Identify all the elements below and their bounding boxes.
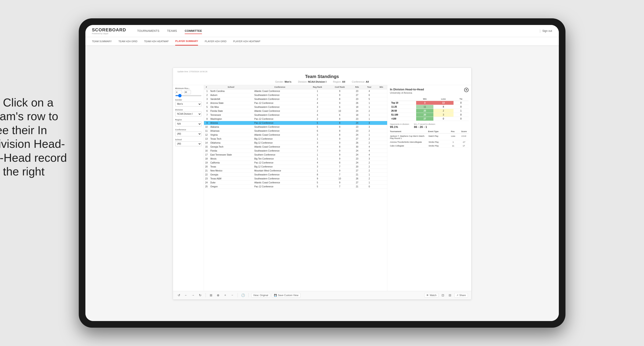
cell-win <box>376 129 387 133</box>
col-win: Win <box>376 85 387 89</box>
table-row[interactable]: 1 North Carolina Atlantic Coast Conferen… <box>204 89 387 93</box>
table-row[interactable]: 9 Arizona Pac-12 Conference 5 8 24 3 <box>204 121 387 125</box>
table-row[interactable]: 11 Arkansas Southeastern Conference 6 8 … <box>204 129 387 133</box>
minus-button[interactable]: － <box>230 293 235 298</box>
region-sidebar-select[interactable]: N/A <box>175 122 202 126</box>
cell-win <box>376 121 387 125</box>
cell-reg-rank: 2 <box>306 109 328 113</box>
cell-conference: Big 12 Conference <box>253 141 307 145</box>
cell-conf-rank: 7 <box>328 165 351 169</box>
table-row[interactable]: 12 Virginia Atlantic Coast Conference 3 … <box>204 133 387 137</box>
t-cell-name: Arizona Thunderbirds Intercollegiate <box>390 141 428 143</box>
zoom-button[interactable]: ⊕ <box>216 293 221 298</box>
share-label: Share <box>459 294 466 297</box>
school-sidebar-select[interactable]: (All) <box>175 141 202 146</box>
table-row[interactable]: 15 Georgia Tech Atlantic Coast Conferenc… <box>204 145 387 149</box>
t-cell-type: Match Play <box>428 135 447 139</box>
cell-tour: 2 <box>363 176 376 180</box>
table-row[interactable]: 23 Texas A&M Southeastern Conference 9 1… <box>204 176 387 180</box>
h2h-tie-cell: 0 <box>454 101 468 105</box>
cell-conf-rank: 10 <box>328 176 351 180</box>
cell-conf-rank: 8 <box>328 161 351 165</box>
sub-nav-player-h2h-grid[interactable]: PLAYER H2H GRID <box>205 37 226 45</box>
table-row[interactable]: 5 Ole Miss Southeastern Conference 3 6 1… <box>204 105 387 109</box>
cell-tour: 4 <box>363 89 376 93</box>
undo-button[interactable]: ↺ <box>176 293 182 298</box>
watch-button[interactable]: 👁 Watch <box>424 293 438 297</box>
cell-conf-rank: 9 <box>328 180 351 184</box>
cell-conf-rank: 9 <box>328 137 351 141</box>
h2h-win-cell: 3 <box>416 101 434 105</box>
nav-teams[interactable]: TEAMS <box>167 28 177 34</box>
crop-button[interactable]: ⊞ <box>208 293 214 298</box>
cell-conference: Southeastern Conference <box>253 149 307 153</box>
sign-out-button[interactable]: Sign out <box>542 29 552 32</box>
tournament-row[interactable]: Arizona Thunderbirds Intercollegiate Str… <box>390 140 468 144</box>
table-row[interactable]: 3 Vanderbilt Southeastern Conference 2 8… <box>204 97 387 101</box>
table-row[interactable]: 14 Oklahoma Big 12 Conference 3 9 26 2 <box>204 141 387 145</box>
clock-button[interactable]: 🕐 <box>240 293 246 298</box>
cell-num: 25 <box>204 184 209 188</box>
division-sidebar-select[interactable]: NCAA Division I <box>175 112 202 116</box>
annotation-text: 5. Click on a team's row to see their In… <box>0 96 72 178</box>
view-original-button[interactable]: View: Original <box>251 293 270 297</box>
table-row[interactable]: 10 Alabama Southeastern Conference 5 8 2… <box>204 125 387 129</box>
sub-nav-team-h2h-heatmap[interactable]: TEAM H2H HEATMAP <box>144 37 168 45</box>
cell-conference: Atlantic Coast Conference <box>253 89 307 93</box>
sub-nav-player-summary[interactable]: PLAYER SUMMARY <box>175 37 198 45</box>
redo-button[interactable]: ↻ <box>198 293 203 298</box>
tournament-row[interactable]: Cabo Collegiate Stroke Play 11 17 <box>390 144 468 148</box>
cell-rds: 30 <box>351 145 363 149</box>
table-row[interactable]: 21 New Mexico Mountain West Conference 1… <box>204 169 387 173</box>
add-button[interactable]: ＋ <box>222 293 228 298</box>
save-custom-button[interactable]: 💾 Save Custom View <box>272 293 300 298</box>
cell-rds: 26 <box>351 176 363 180</box>
h2h-close-button[interactable]: ✕ <box>464 88 468 92</box>
tournament-row[interactable]: Jackson T. Stephens Cup Men's Match-Play… <box>390 134 468 140</box>
t-cell-type: Stroke Play <box>428 141 447 143</box>
h2h-opponents-val: 99.1% <box>390 125 410 129</box>
conference-sidebar-select[interactable]: (All) <box>175 132 202 136</box>
cell-rds: 27 <box>351 137 363 141</box>
cell-win <box>376 93 387 97</box>
cell-num: 21 <box>204 169 209 173</box>
table-row[interactable]: 25 Oregon Pac-12 Conference 5 7 21 0 <box>204 184 387 188</box>
table-row[interactable]: 22 Georgia Southeastern Conference 8 7 2… <box>204 173 387 176</box>
table-row[interactable]: 19 California Pac-12 Conference 4 8 24 2 <box>204 161 387 165</box>
min-rounds-range[interactable] <box>175 95 202 96</box>
table-row[interactable]: 18 Illinois Big Ten Conference 1 9 23 3 <box>204 157 387 161</box>
cell-reg-rank: 3 <box>306 165 328 169</box>
table-row[interactable]: 16 Florida Southeastern Conference 7 9 2… <box>204 149 387 153</box>
cell-tour: 2 <box>363 109 376 113</box>
h2h-range-label: >100 <box>390 117 416 121</box>
sub-nav-player-h2h-heatmap[interactable]: PLAYER H2H HEATMAP <box>233 37 260 45</box>
redo-back-button[interactable]: ← <box>184 293 189 298</box>
table-row[interactable]: 6 Florida State Atlantic Coast Conferenc… <box>204 109 387 113</box>
nav-committee[interactable]: COMMITTEE <box>185 28 202 34</box>
h2h-range-label: 51-100 <box>390 113 416 117</box>
table-row[interactable]: 20 Texas Big 12 Conference 3 7 20 2 <box>204 165 387 169</box>
nav-tournaments[interactable]: TOURNAMENTS <box>137 28 159 34</box>
cell-rds: 26 <box>351 141 363 145</box>
redo-forward-button[interactable]: → <box>190 293 196 298</box>
sub-nav-team-summary[interactable]: TEAM SUMMARY <box>92 37 112 45</box>
toolbar-icon-1[interactable]: ⊡ <box>440 293 446 298</box>
gender-sidebar-select[interactable]: Men's Women's <box>175 102 202 107</box>
table-row[interactable]: 4 Arizona State Pac-12 Conference 4 9 26… <box>204 101 387 105</box>
share-button[interactable]: ↗ Share <box>454 293 468 298</box>
h2h-record-stat: W-L-T record in-division: 86 - 26 - 1 <box>414 123 436 129</box>
min-rounds-max-input[interactable] <box>184 90 191 94</box>
sub-nav-team-h2h-grid[interactable]: TEAM H2H GRID <box>118 37 138 45</box>
table-row[interactable]: 24 Duke Atlantic Coast Conference 5 9 27… <box>204 180 387 184</box>
filter-school-sidebar: School (All) <box>175 139 202 146</box>
table-row[interactable]: 17 East Tennessee State Southern Confere… <box>204 153 387 157</box>
table-row[interactable]: 8 Washington Pac-12 Conference 2 8 23 1 <box>204 117 387 121</box>
table-row[interactable]: 2 Auburn Southeastern Conference 1 9 27 … <box>204 93 387 97</box>
toolbar-icon-2[interactable]: ⊟ <box>447 293 453 298</box>
min-rounds-input[interactable] <box>175 90 182 94</box>
cell-num: 3 <box>204 97 209 101</box>
table-row[interactable]: 13 Texas Tech Big 12 Conference 1 9 27 2 <box>204 137 387 141</box>
cell-conf-rank: 8 <box>328 117 351 121</box>
cell-tour: 1 <box>363 117 376 121</box>
table-row[interactable]: 7 Tennessee Southeastern Conference 4 6 … <box>204 113 387 117</box>
